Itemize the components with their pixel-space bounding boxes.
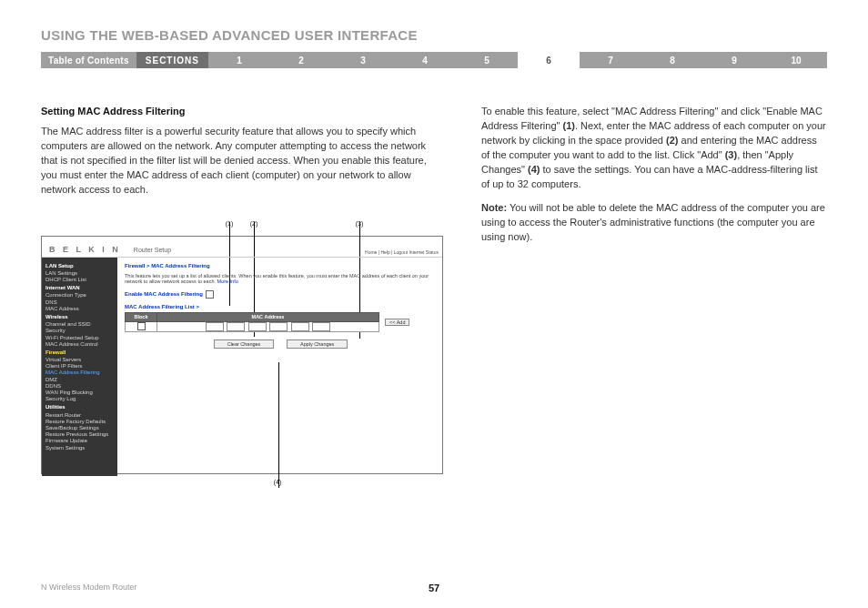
sections-label: SECTIONS (136, 52, 208, 68)
side-ddns[interactable]: DDNS (45, 383, 114, 390)
instruction-paragraph: To enable this feature, select "MAC Addr… (481, 105, 827, 192)
section-1[interactable]: 1 (208, 52, 270, 68)
th-mac: MAC Address (157, 313, 379, 322)
th-block: Block (126, 313, 157, 322)
side-maccontrol[interactable]: MAC Address Control (45, 341, 114, 348)
side-fw[interactable]: Firmware Update (45, 438, 114, 444)
side-group-firewall: Firewall (45, 350, 114, 356)
side-system[interactable]: System Settings (45, 445, 114, 451)
left-column: Setting MAC Address Filtering The MAC ad… (41, 105, 441, 487)
mac-octet-input[interactable] (227, 322, 245, 331)
side-mac[interactable]: MAC Address (45, 306, 114, 312)
toc-label[interactable]: Table of Contents (41, 52, 136, 68)
section-4[interactable]: 4 (394, 52, 456, 68)
side-dhcp[interactable]: DHCP Client List (45, 277, 114, 283)
list-label: MAC Address Filtering List > (125, 304, 437, 310)
router-screenshot-figure: (1) (2) (3) B E L K I N Router Setup Ho (41, 219, 441, 487)
section-3[interactable]: 3 (332, 52, 394, 68)
breadcrumb-link[interactable]: Firewall > MAC Address Filtering (125, 263, 210, 269)
mac-table: Block MAC Address (125, 312, 379, 332)
page-number: 57 (0, 583, 868, 593)
feature-description: This feature lets you set up a list of a… (125, 273, 429, 285)
add-button[interactable]: << Add (385, 319, 409, 327)
side-group-lan: LAN Setup (45, 263, 114, 269)
mac-octet-input[interactable] (206, 322, 224, 331)
section-6[interactable]: 6 (518, 52, 580, 68)
clear-changes-button[interactable]: Clear Changes (214, 339, 275, 350)
side-macfilter[interactable]: MAC Address Filtering (45, 370, 114, 376)
section-10[interactable]: 10 (765, 52, 827, 68)
mac-octet-input[interactable] (269, 322, 288, 331)
side-group-utilities: Utilities (45, 404, 114, 410)
sections-bar: Table of Contents SECTIONS 1 2 3 4 5 6 7… (41, 52, 827, 68)
side-wps[interactable]: Wi-Fi Protected Setup (45, 335, 114, 341)
side-restore-def[interactable]: Restore Factory Defaults (45, 419, 114, 425)
footer: N Wireless Modem Router 57 (0, 583, 868, 592)
note-paragraph: Note: You will not be able to delete the… (481, 201, 827, 245)
router-ui: B E L K I N Router Setup Home | Help | L… (41, 236, 443, 474)
section-8[interactable]: 8 (641, 52, 703, 68)
side-security[interactable]: Security (45, 328, 114, 334)
side-vservers[interactable]: Virtual Servers (45, 357, 114, 363)
side-group-wan: Internet WAN (45, 285, 114, 291)
side-wanping[interactable]: WAN Ping Blocking (45, 390, 114, 396)
mac-octet-input[interactable] (312, 322, 330, 331)
right-column: To enable this feature, select "MAC Addr… (481, 105, 827, 487)
intro-paragraph: The MAC address filter is a powerful sec… (41, 125, 441, 198)
table-row (126, 321, 379, 331)
side-lan-settings[interactable]: LAN Settings (45, 270, 114, 277)
block-checkbox[interactable] (137, 322, 146, 330)
callout-4: (4) (41, 478, 441, 487)
mac-octet-input[interactable] (248, 322, 267, 331)
side-dns[interactable]: DNS (45, 299, 114, 306)
section-heading: Setting MAC Address Filtering (41, 105, 441, 119)
brand-logo: B E L K I N (49, 245, 121, 255)
router-page-name: Router Setup (134, 247, 171, 254)
page-title: USING THE WEB-BASED ADVANCED USER INTERF… (41, 27, 827, 43)
router-sidebar: LAN Setup LAN Settings DHCP Client List … (42, 258, 117, 476)
side-restore-prev[interactable]: Restore Previous Settings (45, 431, 114, 438)
side-restart[interactable]: Restart Router (45, 412, 114, 419)
apply-changes-button[interactable]: Apply Changes (287, 339, 348, 350)
side-channel[interactable]: Channel and SSID (45, 321, 114, 328)
side-group-wireless: Wireless (45, 314, 114, 320)
section-9[interactable]: 9 (703, 52, 765, 68)
mac-octet-input[interactable] (291, 322, 309, 331)
side-ipfilters[interactable]: Client IP Filters (45, 363, 114, 370)
enable-label: Enable MAC Address Filtering (125, 291, 203, 297)
side-seclog[interactable]: Security Log (45, 396, 114, 402)
more-info-link[interactable]: More Info (217, 279, 238, 284)
section-2[interactable]: 2 (270, 52, 332, 68)
section-5[interactable]: 5 (456, 52, 518, 68)
header-links[interactable]: Home | Help | Logout Internet Status (365, 249, 439, 255)
side-save[interactable]: Save/Backup Settings (45, 425, 114, 431)
section-7[interactable]: 7 (580, 52, 641, 68)
enable-checkbox[interactable] (206, 290, 214, 299)
side-conn[interactable]: Connection Type (45, 292, 114, 299)
side-dmz[interactable]: DMZ (45, 377, 114, 383)
